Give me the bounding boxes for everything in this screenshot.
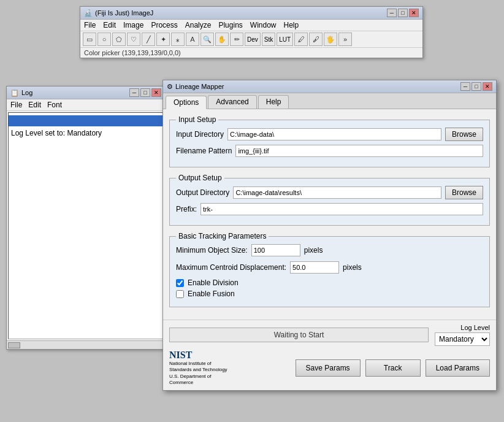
output-setup-group: Output Setup Output Directory Browse Pre…	[169, 174, 490, 226]
tab-help[interactable]: Help	[258, 95, 289, 109]
point-tool[interactable]: ✦	[156, 33, 170, 46]
line-tool[interactable]: ╱	[142, 33, 155, 46]
log-content-area: Log Level set to: Mandatory	[8, 112, 164, 339]
division-checkbox[interactable]	[176, 279, 184, 287]
tab-bar: Options Advanced Help	[163, 93, 496, 109]
lut-button[interactable]: LUT	[277, 33, 293, 46]
maximize-button[interactable]: □	[398, 9, 408, 17]
menu-window[interactable]: Window	[250, 21, 277, 29]
mapper-window: ⚙ Lineage Mapper ─ □ ✕ Options Advanced …	[162, 80, 497, 391]
hand-tool[interactable]: ✋	[215, 33, 229, 46]
menu-help[interactable]: Help	[284, 21, 299, 29]
output-setup-legend: Output Setup	[176, 174, 224, 182]
log-menu-file[interactable]: File	[10, 101, 22, 109]
brush-tool[interactable]: 🖋	[309, 33, 323, 46]
mapper-titlebar: ⚙ Lineage Mapper ─ □ ✕	[163, 80, 496, 93]
output-dir-field[interactable]	[233, 186, 441, 199]
wand-tool[interactable]: ⁎	[171, 33, 185, 46]
division-label: Enable Division	[188, 278, 239, 287]
color-picker-status: Color picker (139,139,139/0,0,0)	[84, 49, 181, 56]
action-buttons: Save Params Track Load Params	[296, 359, 490, 377]
minimize-button[interactable]: ─	[387, 9, 397, 17]
imagej-window: 🔬 (Fiji Is Just) ImageJ ─ □ ✕ File Edit …	[80, 6, 423, 58]
log-level-group: Log Level Mandatory Verbose Debug	[435, 324, 490, 346]
tracking-legend: Basic Tracking Parameters	[176, 232, 269, 240]
mapper-maximize-button[interactable]: □	[472, 82, 481, 91]
prefix-field[interactable]	[200, 203, 483, 215]
tab-options[interactable]: Options	[166, 96, 207, 109]
prefix-row: Prefix:	[176, 203, 483, 215]
nist-title-line1: National Institute of	[169, 361, 231, 367]
log-selection-bar	[9, 115, 163, 126]
max-disp-field[interactable]	[290, 261, 339, 274]
more-tools[interactable]: »	[338, 33, 352, 46]
rectangle-tool[interactable]: ▭	[83, 33, 96, 46]
action-row: NIST National Institute of Standards and…	[169, 350, 490, 386]
imagej-toolbar: ▭ ○ ⬠ ♡ ╱ ✦ ⁎ A 🔍 ✋ ✏ Dev Stk LUT 🖊 🖋 🖐 …	[80, 31, 422, 48]
log-icon: 📋	[10, 89, 19, 97]
menu-analyze[interactable]: Analyze	[185, 21, 212, 29]
stk-button[interactable]: Stk	[262, 33, 275, 46]
close-button[interactable]: ✕	[409, 9, 419, 17]
dev-button[interactable]: Dev	[245, 33, 261, 46]
menu-plugins[interactable]: Plugins	[218, 21, 242, 29]
zoom-tool[interactable]: 🔍	[200, 33, 214, 46]
load-params-button[interactable]: Load Params	[426, 359, 490, 377]
filename-pattern-row: Filename Pattern	[176, 145, 483, 157]
mapper-title: ⚙ Lineage Mapper	[167, 83, 224, 91]
mapper-close-button[interactable]: ✕	[483, 82, 492, 91]
mapper-icon: ⚙	[167, 83, 173, 91]
log-minimize-button[interactable]: ─	[129, 88, 139, 97]
menu-image[interactable]: Image	[123, 21, 143, 29]
log-level-label: Log Level	[460, 324, 490, 331]
mapper-minimize-button[interactable]: ─	[460, 82, 470, 91]
color-tool[interactable]: ✏	[230, 33, 243, 46]
freehand-tool[interactable]: ♡	[127, 33, 140, 46]
log-close-button[interactable]: ✕	[151, 88, 161, 97]
menu-edit[interactable]: Edit	[103, 21, 116, 29]
log-maximize-button[interactable]: □	[140, 88, 150, 97]
log-level-select-wrap: Mandatory Verbose Debug	[435, 332, 490, 346]
text-tool[interactable]: A	[186, 33, 199, 46]
max-disp-label: Maximum Centroid Displacement:	[176, 263, 286, 272]
prefix-label: Prefix:	[176, 205, 197, 213]
log-level-select[interactable]: Mandatory Verbose Debug	[435, 332, 490, 346]
log-text: Log Level set to: Mandatory	[11, 128, 161, 139]
save-params-button[interactable]: Save Params	[296, 359, 361, 377]
fusion-checkbox[interactable]	[176, 290, 184, 298]
input-dir-label: Input Directory	[176, 130, 224, 139]
log-scroll-thumb[interactable]	[8, 342, 20, 348]
log-menubar: File Edit Font	[7, 99, 165, 111]
log-menu-edit[interactable]: Edit	[28, 101, 41, 109]
input-setup-group: Input Setup Input Directory Browse Filen…	[169, 115, 490, 167]
imagej-status: Color picker (139,139,139/0,0,0)	[80, 48, 422, 58]
input-setup-legend: Input Setup	[176, 115, 218, 124]
tracking-params-group: Basic Tracking Parameters Minimum Object…	[169, 232, 490, 307]
log-titlebar: 📋 Log ─ □ ✕	[7, 86, 165, 99]
output-browse-button[interactable]: Browse	[445, 186, 483, 199]
min-size-field[interactable]	[251, 244, 300, 256]
log-scrollbar[interactable]	[7, 340, 165, 349]
output-dir-row: Output Directory Browse	[176, 186, 483, 199]
input-dir-row: Input Directory Browse	[176, 128, 483, 141]
app-icon: 🔬	[84, 9, 93, 17]
track-button[interactable]: Track	[365, 359, 421, 377]
pencil-tool[interactable]: 🖊	[294, 33, 308, 46]
imagej-titlebar: 🔬 (Fiji Is Just) ImageJ ─ □ ✕	[80, 7, 422, 20]
menu-process[interactable]: Process	[151, 21, 177, 29]
bucket-tool[interactable]: 🖐	[324, 33, 337, 46]
input-dir-field[interactable]	[227, 128, 441, 140]
mapper-main-content: Input Setup Input Directory Browse Filen…	[163, 109, 496, 320]
polygon-tool[interactable]: ⬠	[112, 33, 126, 46]
log-menu-font[interactable]: Font	[47, 101, 62, 109]
nist-title-line2: Standards and Technology	[169, 367, 231, 373]
input-browse-button[interactable]: Browse	[445, 128, 483, 141]
tab-advanced[interactable]: Advanced	[208, 95, 256, 109]
menu-file[interactable]: File	[84, 21, 96, 29]
nist-name: NIST	[169, 350, 231, 361]
nist-logo: NIST National Institute of Standards and…	[169, 350, 231, 386]
filename-pattern-field[interactable]	[235, 145, 483, 157]
bottom-section: Waiting to Start Log Level Mandatory Ver…	[163, 320, 496, 390]
oval-tool[interactable]: ○	[97, 33, 111, 46]
nist-title-line3: U.S. Department of Commerce	[169, 374, 231, 386]
